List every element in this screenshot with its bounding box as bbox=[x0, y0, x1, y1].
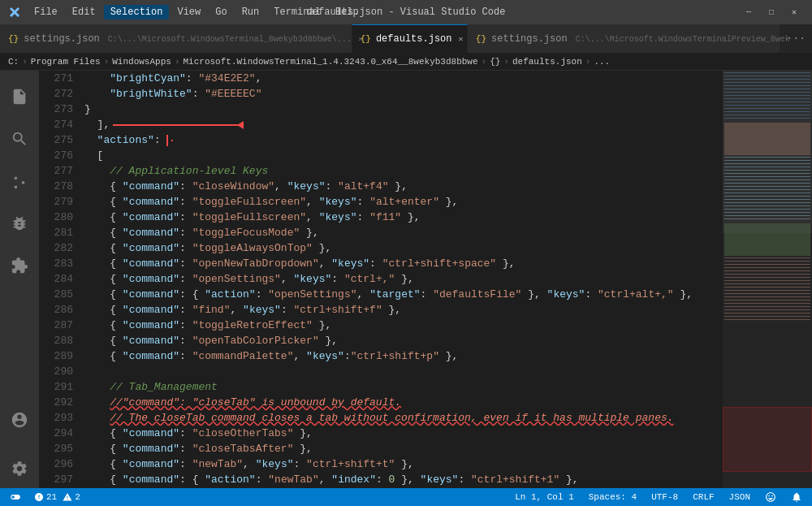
line-numbers: 271 272 273 274 275 276 277 278 279 280 … bbox=[39, 71, 80, 488]
breadcrumb-sep-4: › bbox=[482, 57, 487, 67]
code-line-275: "actions": bbox=[83, 132, 719, 148]
code-line-285: { "command": { "action": "openSettings",… bbox=[83, 287, 719, 302]
menu-run[interactable]: Run bbox=[235, 5, 266, 19]
menu-selection[interactable]: Selection bbox=[104, 5, 170, 19]
code-line-296: { "command": "newTab", "keys": "ctrl+shi… bbox=[83, 456, 719, 472]
status-bar-right: Ln 1, Col 1 Spaces: 4 UTF-8 CRLF JSON bbox=[512, 488, 806, 506]
tab-path-1: C:\...\Microsoft.WindowsTerminal_8wekyb3… bbox=[108, 35, 352, 44]
tab-label-3: settings.json bbox=[491, 33, 568, 45]
tab-path-3: C:\...\Microsoft.WindowsTerminalPreview_… bbox=[576, 35, 790, 44]
line-ending[interactable]: CRLF bbox=[689, 488, 717, 506]
code-editor[interactable]: 271 272 273 274 275 276 277 278 279 280 … bbox=[39, 71, 723, 488]
remote-icon bbox=[10, 491, 21, 503]
account-icon[interactable] bbox=[0, 400, 39, 439]
breadcrumb-part-7[interactable]: ... bbox=[594, 57, 610, 67]
code-line-272: "brightWhite": "#EEEEEC" bbox=[83, 86, 719, 102]
code-line-283: { "command": "openNewTabDropdown", "keys… bbox=[83, 256, 719, 271]
warning-count-value: 2 bbox=[75, 492, 80, 502]
error-count[interactable]: 21 2 bbox=[31, 488, 84, 506]
code-line-291: // Tab_Management bbox=[83, 379, 719, 395]
code-line-276: [ bbox=[83, 148, 719, 163]
encoding-value: UTF-8 bbox=[651, 492, 678, 502]
language-mode[interactable]: JSON bbox=[726, 488, 754, 506]
breadcrumb-part-5[interactable]: {} bbox=[490, 57, 500, 67]
breadcrumb-part-4[interactable]: Microsoft.WindowsTerminal_1.4.3243.0_x64… bbox=[183, 57, 477, 67]
debug-icon[interactable] bbox=[0, 204, 39, 243]
menu-go[interactable]: Go bbox=[209, 5, 233, 19]
code-line-281: { "command": "toggleFocusMode" }, bbox=[83, 225, 719, 240]
window-controls: ─ □ ✕ bbox=[739, 6, 804, 19]
code-line-292: //"command": "closeTab" is unbound by de… bbox=[83, 395, 719, 410]
extensions-icon[interactable] bbox=[0, 246, 39, 285]
bell-icon bbox=[791, 491, 802, 503]
minimap-content bbox=[723, 71, 812, 488]
code-line-294: { "command": "closeOtherTabs" }, bbox=[83, 426, 719, 441]
code-line-297: { "command": { "action": "newTab", "inde… bbox=[83, 472, 719, 487]
code-content[interactable]: "brightCyan": "#34E2E2", "brightWhite": … bbox=[80, 71, 723, 488]
encoding[interactable]: UTF-8 bbox=[648, 488, 681, 506]
tab-label-1: settings.json bbox=[24, 33, 100, 45]
cursor-position[interactable]: Ln 1, Col 1 bbox=[512, 488, 577, 506]
minimize-button[interactable]: ─ bbox=[739, 6, 758, 19]
status-bar-left: 21 2 bbox=[6, 488, 84, 506]
tab-settings-json-2[interactable]: {} settings.json C:\...\Microsoft.Window… bbox=[468, 24, 780, 53]
indentation[interactable]: Spaces: 4 bbox=[585, 488, 640, 506]
breadcrumb-sep-2: › bbox=[104, 57, 110, 67]
breadcrumb-sep-1: › bbox=[22, 57, 28, 67]
code-line-287: { "command": "toggleRetroEffect" }, bbox=[83, 318, 719, 333]
error-count-value: 21 bbox=[46, 492, 57, 502]
code-line-271: "brightCyan": "#34E2E2", bbox=[83, 71, 719, 86]
remote-status[interactable] bbox=[6, 488, 24, 506]
error-icon bbox=[34, 492, 44, 502]
explorer-icon[interactable] bbox=[0, 77, 39, 116]
warning-icon bbox=[63, 492, 72, 502]
cursor-position-value: Ln 1, Col 1 bbox=[515, 492, 574, 502]
code-line-277: // Application-level Keys bbox=[83, 163, 719, 179]
code-line-293: // The closeTab command closes a tab wit… bbox=[83, 410, 719, 426]
activity-bar bbox=[0, 71, 39, 488]
minimap[interactable] bbox=[723, 71, 812, 488]
vscode-logo bbox=[8, 6, 21, 19]
tab-icon-3: {} bbox=[476, 34, 486, 44]
breadcrumb-part-2[interactable]: Program Files bbox=[31, 57, 101, 67]
main-layout: 271 272 273 274 275 276 277 278 279 280 … bbox=[0, 71, 812, 488]
close-button[interactable]: ✕ bbox=[784, 6, 804, 19]
code-line-273: } bbox=[83, 102, 719, 117]
code-line-284: { "command": "openSettings", "keys": "ct… bbox=[83, 271, 719, 287]
breadcrumb-part-3[interactable]: WindowsApps bbox=[112, 57, 171, 67]
code-line-282: { "command": "toggleAlwaysOnTop" }, bbox=[83, 240, 719, 256]
breadcrumb-part-1[interactable]: C: bbox=[8, 57, 19, 67]
tab-settings-json-1[interactable]: {} settings.json C:\...\Microsoft.Window… bbox=[0, 24, 352, 53]
tab-close-2[interactable]: ✕ bbox=[457, 32, 465, 45]
feedback-icon[interactable] bbox=[762, 488, 780, 506]
maximize-button[interactable]: □ bbox=[762, 6, 781, 19]
window-title: defaults.json - Visual Studio Code bbox=[307, 6, 506, 18]
tab-more-button[interactable]: ··· bbox=[780, 24, 812, 53]
notifications-icon[interactable] bbox=[788, 488, 806, 506]
breadcrumb-part-6[interactable]: defaults.json bbox=[512, 57, 582, 67]
line-ending-value: CRLF bbox=[693, 492, 714, 502]
status-bar: 21 2 Ln 1, Col 1 Spaces: 4 UTF-8 CRLF JS… bbox=[0, 488, 812, 506]
code-line-289: { "command": "commandPalette", "keys":"c… bbox=[83, 348, 719, 364]
code-line-278: { "command": "closeWindow", "keys": "alt… bbox=[83, 179, 719, 194]
tab-close-1[interactable]: ✕ bbox=[356, 32, 365, 45]
menu-view[interactable]: View bbox=[171, 5, 207, 19]
breadcrumb-sep-3: › bbox=[175, 57, 180, 67]
code-line-274: ], bbox=[83, 117, 719, 132]
tab-bar: {} settings.json C:\...\Microsoft.Window… bbox=[0, 24, 812, 53]
indentation-value: Spaces: 4 bbox=[589, 492, 637, 502]
code-line-279: { "command": "toggleFullscreen", "keys":… bbox=[83, 194, 719, 210]
breadcrumb-sep-5: › bbox=[503, 57, 509, 67]
breadcrumb-sep-6: › bbox=[585, 57, 591, 67]
source-control-icon[interactable] bbox=[0, 162, 39, 201]
code-line-288: { "command": "openTabColorPicker" }, bbox=[83, 333, 719, 348]
tab-defaults-json[interactable]: {} defaults.json ✕ bbox=[352, 24, 468, 53]
language-value: JSON bbox=[729, 492, 750, 502]
code-line-295: { "command": "closeTabsAfter" }, bbox=[83, 441, 719, 456]
settings-icon[interactable] bbox=[0, 449, 39, 488]
menu-file[interactable]: File bbox=[28, 5, 64, 19]
menu-edit[interactable]: Edit bbox=[66, 5, 102, 19]
search-icon[interactable] bbox=[0, 119, 39, 158]
code-line-286: { "command": "find", "keys": "ctrl+shift… bbox=[83, 302, 719, 318]
title-bar: File Edit Selection View Go Run Terminal… bbox=[0, 0, 812, 24]
